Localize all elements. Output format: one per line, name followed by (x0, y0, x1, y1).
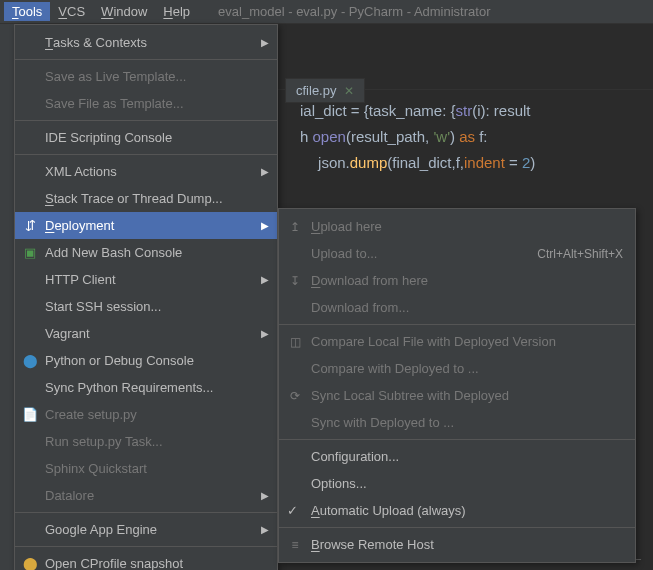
check-icon: ✓ (287, 503, 298, 518)
mi-tasks[interactable]: Tasks & Contexts▶ (15, 29, 277, 56)
mi-create-setup[interactable]: 📄Create setup.py (15, 401, 277, 428)
mi-google-app-engine[interactable]: ▶Google App Engine (15, 516, 277, 543)
mi-sphinx[interactable]: Sphinx Quickstart (15, 455, 277, 482)
terminal-icon: ▣ (21, 245, 39, 260)
mi-compare-with[interactable]: Compare with Deployed to ... (279, 355, 635, 382)
mi-datalore[interactable]: ▶Datalore (15, 482, 277, 509)
sync-icon: ⟳ (287, 389, 303, 403)
mi-python-console[interactable]: ⬤Python or Debug Console (15, 347, 277, 374)
diff-icon: ◫ (287, 335, 303, 349)
chevron-right-icon: ▶ (261, 220, 269, 231)
shortcut: Ctrl+Alt+Shift+X (537, 247, 623, 261)
mi-save-file-template[interactable]: Save File as Template... (15, 90, 277, 117)
mi-configuration[interactable]: Configuration... (279, 443, 635, 470)
mi-vagrant[interactable]: ▶Vagrant (15, 320, 277, 347)
chevron-right-icon: ▶ (261, 490, 269, 501)
mi-sync-with[interactable]: Sync with Deployed to ... (279, 409, 635, 436)
chevron-right-icon: ▶ (261, 328, 269, 339)
mi-auto-upload[interactable]: ✓Automatic Upload (always) (279, 497, 635, 524)
mi-browse-remote[interactable]: ≡Browse Remote Host (279, 531, 635, 558)
mi-upload-to[interactable]: Upload to...Ctrl+Alt+Shift+X (279, 240, 635, 267)
deployment-icon: ⇵ (21, 218, 39, 233)
close-icon[interactable]: ✕ (344, 84, 354, 98)
mi-download-from[interactable]: Download from... (279, 294, 635, 321)
mi-download-here[interactable]: ↧Download from here (279, 267, 635, 294)
list-icon: ≡ (287, 538, 303, 552)
chevron-right-icon: ▶ (261, 274, 269, 285)
mi-deployment[interactable]: ⇵Deployment▶ (15, 212, 277, 239)
mi-run-setup[interactable]: Run setup.py Task... (15, 428, 277, 455)
editor-tab[interactable]: cfile.py ✕ (285, 78, 365, 103)
mi-sync-requirements[interactable]: Sync Python Requirements... (15, 374, 277, 401)
window-title: eval_model - eval.py - PyCharm - Adminis… (218, 4, 490, 19)
mi-options[interactable]: Options... (279, 470, 635, 497)
python-icon: ⬤ (21, 353, 39, 368)
tab-label: cfile.py (296, 83, 336, 98)
mi-stack-trace[interactable]: Stack Trace or Thread Dump... (15, 185, 277, 212)
upload-icon: ↥ (287, 220, 303, 234)
menu-help[interactable]: Help (155, 2, 198, 21)
mi-upload-here[interactable]: ↥Upload here (279, 213, 635, 240)
mi-cprofile[interactable]: ⬤Open CProfile snapshot (15, 550, 277, 570)
chevron-right-icon: ▶ (261, 524, 269, 535)
menu-tools[interactable]: Tools (4, 2, 50, 21)
mi-ide-scripting[interactable]: IDE Scripting Console (15, 124, 277, 151)
tools-dropdown: Tasks & Contexts▶ Save as Live Template.… (14, 24, 278, 570)
menu-window[interactable]: Window (93, 2, 155, 21)
menu-vcs[interactable]: VCS (50, 2, 93, 21)
mi-compare-local[interactable]: ◫Compare Local File with Deployed Versio… (279, 328, 635, 355)
deployment-submenu: ↥Upload here Upload to...Ctrl+Alt+Shift+… (278, 208, 636, 563)
mi-ssh[interactable]: Start SSH session... (15, 293, 277, 320)
mi-save-live-template[interactable]: Save as Live Template... (15, 63, 277, 90)
file-icon: 📄 (21, 407, 39, 422)
mi-xml-actions[interactable]: ▶XML Actions (15, 158, 277, 185)
mi-bash-console[interactable]: ▣Add New Bash Console (15, 239, 277, 266)
mi-http-client[interactable]: ▶HTTP Client (15, 266, 277, 293)
mi-sync-local[interactable]: ⟳Sync Local Subtree with Deployed (279, 382, 635, 409)
chevron-right-icon: ▶ (261, 37, 269, 48)
python-icon: ⬤ (21, 556, 39, 570)
menubar: Tools VCS Window Help eval_model - eval.… (0, 0, 653, 24)
download-icon: ↧ (287, 274, 303, 288)
chevron-right-icon: ▶ (261, 166, 269, 177)
